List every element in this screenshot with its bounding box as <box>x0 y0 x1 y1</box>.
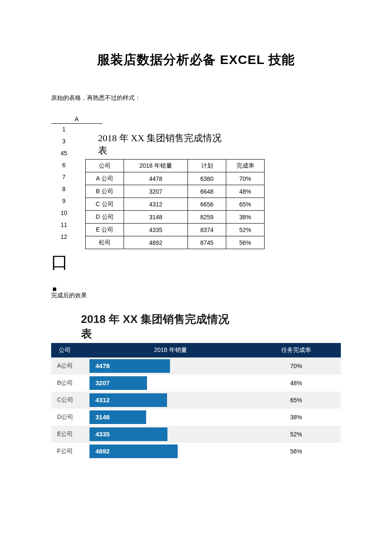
after-text: 完成后的效果 <box>51 292 341 299</box>
chart-col-sales: 2018 年销量 <box>89 343 251 357</box>
chart-bar-cell: 4478 <box>89 357 251 375</box>
chart-title-line: 2018 年 XX 集团销售完成情况 <box>81 313 229 325</box>
row-num: 10 <box>51 207 77 219</box>
col-header-company: 公司 <box>86 160 124 172</box>
chart-company: D公司 <box>51 409 89 426</box>
chart-bar: 4892 <box>89 445 178 458</box>
chart-rate: 56% <box>251 443 341 460</box>
chart-row: A公司447870% <box>51 357 341 375</box>
cell-sales: 4312 <box>124 198 188 211</box>
table-row: C 公司4312665665% <box>86 198 265 211</box>
chart-row: B公司320748% <box>51 375 341 392</box>
sheet-title-line: 表 <box>98 145 107 156</box>
col-header-plan: 计划 <box>188 160 226 172</box>
col-header-rate: 完成率 <box>226 160 265 172</box>
chart-bar: 4312 <box>89 393 167 407</box>
cell-company: 松司 <box>86 236 124 249</box>
sheet-title-line: 2018 年 XX 集团销售完成情况 <box>98 133 222 143</box>
table-row: E 公司4335837452% <box>86 224 265 236</box>
cell-company: E 公司 <box>86 224 124 236</box>
chart-title: 2018 年 XX 集团销售完成情况 表 <box>81 312 341 341</box>
chart-company: C公司 <box>51 392 89 409</box>
row-num: 6 <box>51 159 77 171</box>
document-title: 服装店数据分析必备 EXCEL 技能 <box>51 51 341 69</box>
chart-rate: 70% <box>251 357 341 375</box>
cell-sales: 3207 <box>124 185 188 198</box>
chart-company: B公司 <box>51 375 89 392</box>
chart-bar-cell: 3207 <box>89 375 251 392</box>
chart-bar: 3148 <box>89 410 146 424</box>
chart-bar: 3207 <box>89 376 147 390</box>
result-chart-table: 公司 2018 年销量 任务完成率 A公司447870%B公司320748%C公… <box>51 343 341 460</box>
cell-rate: 65% <box>226 198 265 211</box>
chart-row: F公司489256% <box>51 443 341 460</box>
row-numbers: 1 3 45 6 7 8 9 10 11 12 <box>51 123 77 243</box>
row-num: 8 <box>51 183 77 195</box>
cell-sales: 4478 <box>124 172 188 185</box>
chart-row: C公司431265% <box>51 392 341 409</box>
cell-sales: 4892 <box>124 236 188 249</box>
cell-rate: 48% <box>226 185 265 198</box>
row-num: 12 <box>51 231 77 243</box>
row-num: 3 <box>51 135 77 147</box>
chart-col-company: 公司 <box>51 343 89 357</box>
cell-sales: 3148 <box>124 211 188 224</box>
table-row: D 公司3148825938% <box>86 211 265 224</box>
table-row: A 公司4478638070% <box>86 172 265 185</box>
chart-bar-cell: 4335 <box>89 426 251 443</box>
cell-company: B 公司 <box>86 185 124 198</box>
chart-rate: 65% <box>251 392 341 409</box>
table-row: 松司4892874556% <box>86 236 265 249</box>
row-num: 7 <box>51 171 77 183</box>
cell-plan: 8259 <box>188 211 226 224</box>
original-sheet: A 1 3 45 6 7 8 9 10 11 12 2018 年 XX 集团销售… <box>51 115 341 270</box>
chart-company: E公司 <box>51 426 89 443</box>
cell-plan: 8374 <box>188 224 226 236</box>
chart-rate: 48% <box>251 375 341 392</box>
row-num: 45 <box>51 147 77 159</box>
square-icon: 口 <box>51 253 341 270</box>
chart-row: D公司314838% <box>51 409 341 426</box>
original-data-table: 公司 2018 年错量 计划 完成率 A 公司4478638070%B 公司32… <box>85 159 265 249</box>
chart-company: F公司 <box>51 443 89 460</box>
chart-col-rate: 任务完成率 <box>251 343 341 357</box>
row-num: 1 <box>51 123 77 135</box>
cell-company: A 公司 <box>86 172 124 185</box>
cell-rate: 56% <box>226 236 265 249</box>
chart-bar-cell: 4892 <box>89 443 251 460</box>
col-header-sales: 2018 年错量 <box>124 160 188 172</box>
row-num: 11 <box>51 219 77 231</box>
chart-company: A公司 <box>51 357 89 375</box>
chart-bar: 4335 <box>89 427 167 441</box>
chart-bar-cell: 3148 <box>89 409 251 426</box>
cell-plan: 6648 <box>188 185 226 198</box>
column-letter: A <box>51 115 102 124</box>
cell-company: D 公司 <box>86 211 124 224</box>
chart-title-line: 表 <box>81 327 92 340</box>
cell-rate: 38% <box>226 211 265 224</box>
intro-text: 原始的表格，再熟悉不过的样式： <box>51 94 341 102</box>
cell-rate: 52% <box>226 224 265 236</box>
table-row: B 公司3207664848% <box>86 185 265 198</box>
row-num: 9 <box>51 195 77 207</box>
chart-rate: 38% <box>251 409 341 426</box>
sheet-title: 2018 年 XX 集团销售完成情况 表 <box>98 132 341 157</box>
chart-bar: 4478 <box>89 359 170 373</box>
cell-sales: 4335 <box>124 224 188 236</box>
cell-plan: 8745 <box>188 236 226 249</box>
chart-bar-cell: 4312 <box>89 392 251 409</box>
chart-rate: 52% <box>251 426 341 443</box>
cell-rate: 70% <box>226 172 265 185</box>
chart-row: E公司433552% <box>51 426 341 443</box>
cell-company: C 公司 <box>86 198 124 211</box>
bullet-icon <box>53 288 56 291</box>
cell-plan: 6656 <box>188 198 226 211</box>
cell-plan: 6380 <box>188 172 226 185</box>
